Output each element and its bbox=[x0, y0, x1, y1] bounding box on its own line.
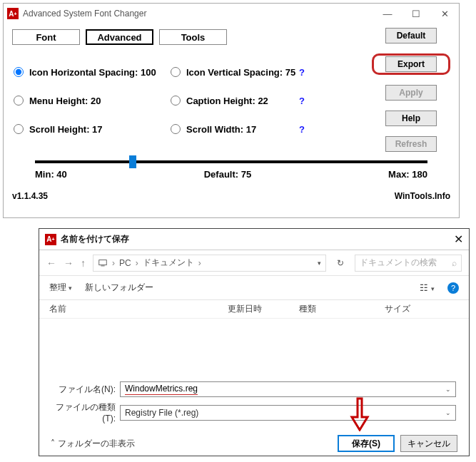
tab-tools[interactable]: Tools bbox=[159, 29, 227, 45]
radio-scroll-height[interactable]: Scroll Height: 17 bbox=[14, 124, 171, 135]
radio-icon-vertical[interactable]: Icon Vertical Spacing: 75 bbox=[171, 67, 299, 78]
help-icon[interactable]: ? bbox=[299, 67, 305, 78]
annotation-arrow-icon bbox=[349, 397, 370, 431]
radio-label: Menu Height: 20 bbox=[29, 96, 101, 106]
search-placeholder: ドキュメントの検索 bbox=[360, 257, 437, 269]
window-title: Advanced System Font Changer bbox=[23, 9, 373, 19]
radio-scroll-width[interactable]: Scroll Width: 17 bbox=[171, 124, 299, 135]
close-icon[interactable]: ✕ bbox=[454, 232, 463, 246]
new-folder-button[interactable]: 新しいフォルダー bbox=[85, 282, 153, 294]
radio-input[interactable] bbox=[14, 124, 24, 134]
dialog-buttons: ˄ フォルダーの非表示 保存(S) キャンセル bbox=[39, 428, 469, 459]
footer: v1.1.4.35 WinTools.Info bbox=[4, 187, 459, 205]
help-icon[interactable]: ? bbox=[299, 96, 305, 106]
filename-label: ファイル名(N): bbox=[52, 384, 120, 396]
window-controls: — ☐ ✕ bbox=[373, 4, 459, 24]
slider-default: Default: 75 bbox=[204, 169, 251, 180]
radio-label: Icon Vertical Spacing: 75 bbox=[186, 67, 295, 78]
col-size[interactable]: サイズ bbox=[385, 303, 427, 315]
minimize-button[interactable]: — bbox=[373, 4, 402, 24]
search-icon: ⌕ bbox=[452, 258, 457, 268]
radio-input[interactable] bbox=[14, 96, 24, 106]
default-button[interactable]: Default bbox=[385, 28, 437, 43]
svg-rect-0 bbox=[99, 260, 107, 265]
slider-area: Min: 40 Default: 75 Max: 180 bbox=[14, 143, 449, 180]
col-type[interactable]: 種類 bbox=[299, 303, 385, 315]
view-icon[interactable]: ☷ ▾ bbox=[420, 282, 435, 293]
chevron-down-icon[interactable]: ▾ bbox=[318, 260, 321, 267]
radio-input[interactable] bbox=[14, 67, 24, 77]
toolbar-row: 整理 ▾ 新しいフォルダー ☷ ▾ ? bbox=[39, 276, 469, 300]
column-headers: 名前 更新日時 種類 サイズ bbox=[39, 300, 469, 319]
radio-label: Scroll Height: 17 bbox=[29, 124, 103, 135]
organize-menu[interactable]: 整理 ▾ bbox=[49, 282, 72, 294]
radio-label: Scroll Width: 17 bbox=[186, 124, 256, 135]
hide-folders-label: フォルダーの非表示 bbox=[58, 438, 135, 450]
hide-folders-toggle[interactable]: ˄ フォルダーの非表示 bbox=[51, 438, 135, 450]
filetype-select[interactable]: Registry File (*.reg) ⌄ bbox=[120, 405, 456, 421]
radio-menu-height[interactable]: Menu Height: 20 bbox=[14, 96, 171, 106]
pc-icon bbox=[98, 258, 108, 268]
chevron-down-icon[interactable]: ⌄ bbox=[445, 409, 451, 416]
chevron-up-icon: ˄ bbox=[51, 438, 55, 448]
cancel-button[interactable]: キャンセル bbox=[400, 435, 457, 452]
maximize-button[interactable]: ☐ bbox=[402, 4, 430, 24]
tab-font[interactable]: Font bbox=[12, 29, 80, 45]
form-rows: ファイル名(N): WindowMetrics.reg ⌄ ファイルの種類(T)… bbox=[39, 376, 469, 423]
radio-input[interactable] bbox=[171, 67, 181, 77]
dialog-title: 名前を付けて保存 bbox=[61, 233, 454, 245]
close-button[interactable]: ✕ bbox=[430, 4, 459, 24]
col-date[interactable]: 更新日時 bbox=[228, 303, 299, 315]
svg-rect-1 bbox=[101, 265, 104, 266]
col-name[interactable]: 名前 bbox=[49, 303, 228, 315]
save-dialog: A+ 名前を付けて保存 ✕ ← → ↑ › PC › ドキュメント › ▾ ↻ … bbox=[39, 228, 470, 456]
app-logo-icon: A+ bbox=[7, 8, 19, 19]
help-icon[interactable]: ? bbox=[299, 124, 305, 135]
slider-max: Max: 180 bbox=[388, 169, 427, 180]
help-circle-icon[interactable]: ? bbox=[447, 282, 459, 294]
crumb-docs[interactable]: ドキュメント bbox=[143, 257, 194, 269]
filetype-label: ファイルの種類(T): bbox=[52, 401, 120, 423]
filetype-value: Registry File (*.reg) bbox=[125, 408, 198, 418]
search-input[interactable]: ドキュメントの検索 ⌕ bbox=[355, 255, 462, 272]
radio-label: Icon Horizontal Spacing: 100 bbox=[29, 67, 156, 78]
crumb-pc[interactable]: PC bbox=[119, 258, 131, 268]
back-icon[interactable]: ← bbox=[46, 257, 56, 269]
radio-label: Caption Height: 22 bbox=[186, 96, 268, 106]
up-icon[interactable]: ↑ bbox=[81, 257, 86, 269]
breadcrumb[interactable]: › PC › ドキュメント › ▾ bbox=[93, 255, 326, 272]
site-label: WinTools.Info bbox=[395, 191, 450, 201]
file-list[interactable] bbox=[39, 319, 469, 376]
version-label: v1.1.4.35 bbox=[12, 191, 48, 201]
titlebar: A+ Advanced System Font Changer — ☐ ✕ bbox=[4, 4, 459, 24]
radio-input[interactable] bbox=[171, 96, 181, 106]
radio-caption-height[interactable]: Caption Height: 22 bbox=[171, 96, 299, 106]
nav-row: ← → ↑ › PC › ドキュメント › ▾ ↻ ドキュメントの検索 ⌕ bbox=[39, 250, 469, 276]
app-logo-icon: A+ bbox=[45, 234, 56, 245]
save-button[interactable]: 保存(S) bbox=[338, 435, 395, 452]
dialog-titlebar: A+ 名前を付けて保存 ✕ bbox=[39, 229, 469, 250]
slider-thumb[interactable] bbox=[129, 155, 136, 168]
filename-value: WindowMetrics.reg bbox=[125, 384, 198, 395]
main-window: A+ Advanced System Font Changer — ☐ ✕ Fo… bbox=[3, 3, 460, 218]
tab-advanced[interactable]: Advanced bbox=[86, 29, 153, 45]
slider-track[interactable] bbox=[35, 160, 427, 163]
chevron-down-icon[interactable]: ⌄ bbox=[445, 386, 451, 393]
refresh-icon[interactable]: ↻ bbox=[333, 258, 348, 268]
radio-icon-horizontal[interactable]: Icon Horizontal Spacing: 100 bbox=[14, 67, 171, 78]
filename-input[interactable]: WindowMetrics.reg ⌄ bbox=[120, 381, 456, 397]
content-area: Icon Horizontal Spacing: 100 Icon Vertic… bbox=[4, 51, 459, 187]
slider-min: Min: 40 bbox=[35, 169, 67, 180]
forward-icon[interactable]: → bbox=[64, 257, 74, 269]
radio-input[interactable] bbox=[171, 124, 181, 134]
